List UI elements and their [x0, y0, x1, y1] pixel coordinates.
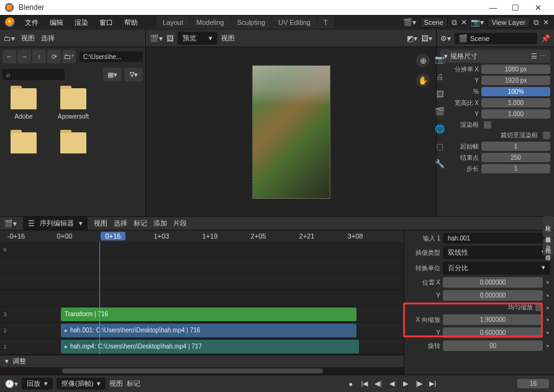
scene-copy-icon[interactable]: ⧉: [452, 18, 457, 27]
preview-mode-dropdown[interactable]: 预览▾: [178, 32, 217, 45]
seq-menu-marker[interactable]: 标记: [134, 219, 147, 228]
tab-modeling[interactable]: Modeling: [190, 16, 230, 29]
preview-overlay-icon[interactable]: 🖼▾: [421, 34, 432, 43]
rot-field[interactable]: 00: [443, 340, 543, 351]
zoom-icon[interactable]: ⊕: [416, 53, 430, 67]
menu-help[interactable]: 帮助: [119, 16, 143, 29]
nav-up-button[interactable]: ↑: [32, 50, 46, 63]
seq-menu-view[interactable]: 视图: [94, 219, 107, 228]
viewlayer-selector[interactable]: View Layer: [488, 17, 530, 28]
scale-x-field[interactable]: 1.900000: [443, 314, 543, 325]
adjust-panel-header[interactable]: ▾调整: [0, 355, 404, 367]
playbar-menu-marker[interactable]: 标记: [127, 379, 140, 388]
interp-dropdown[interactable]: 双线性▾: [443, 246, 550, 259]
seq-editor-icon[interactable]: 🎬▾: [4, 219, 17, 228]
close-button[interactable]: ✕: [527, 3, 549, 12]
tab-strip[interactable]: 片段: [543, 216, 553, 226]
props-scene-selector[interactable]: 🎬Scene: [455, 33, 537, 44]
res-x-field[interactable]: 1080 px: [481, 65, 550, 74]
keyframe-dot[interactable]: ●: [545, 343, 550, 349]
folder-item[interactable]: [5, 132, 42, 157]
pos-x-field[interactable]: 0.000000: [443, 277, 543, 288]
nav-fwd-button[interactable]: →: [17, 50, 31, 63]
border-checkbox[interactable]: [484, 121, 491, 129]
step-field[interactable]: 1: [481, 164, 550, 173]
scale-y-field[interactable]: 0.600000: [443, 327, 543, 338]
keyframe-prev-button[interactable]: ◀|: [372, 378, 384, 390]
track-area[interactable]: 6 3 Transform | 716 2 hah.001: C:\Users\…: [0, 242, 404, 355]
scrollbar-thumb[interactable]: [62, 368, 323, 373]
nav-back-button[interactable]: ←: [2, 50, 16, 63]
tab-sculpting[interactable]: Sculpting: [231, 16, 271, 29]
unit-dropdown[interactable]: 百分比▾: [443, 262, 550, 275]
seq-menu-add[interactable]: 添加: [153, 219, 167, 228]
props-tab-modifier-icon[interactable]: 🔧: [435, 159, 445, 169]
props-tab-viewlayer-icon[interactable]: 🖼: [435, 89, 445, 99]
play-button[interactable]: ▶: [399, 378, 412, 390]
props-tab-object-icon[interactable]: ▢: [435, 142, 445, 152]
strip-video2[interactable]: hah.mp4: C:\Users\hero\Desktop\hah.mp4 |…: [61, 340, 359, 353]
tab-modifiers[interactable]: 修改器: [543, 227, 553, 237]
seq-editor-dropdown[interactable]: ☰序列编辑器▾: [23, 217, 88, 230]
scene-new-icon[interactable]: ✕: [461, 18, 467, 27]
tab-layout[interactable]: Layout: [157, 16, 189, 29]
playhead[interactable]: [99, 242, 100, 355]
strip-transform[interactable]: Transform | 716: [61, 308, 356, 321]
menu-file[interactable]: 文件: [20, 16, 43, 29]
preview-menu-view[interactable]: 视图: [221, 34, 235, 43]
seq-menu-select[interactable]: 选择: [114, 219, 127, 228]
end-field[interactable]: 250: [481, 153, 550, 162]
timeline-editor-icon[interactable]: 🕘▾: [5, 380, 18, 388]
pct-field[interactable]: 100%: [481, 87, 550, 96]
viewlayer-copy-icon[interactable]: ⧉: [534, 18, 539, 27]
scene-browse-icon[interactable]: 🎬▾: [403, 18, 416, 27]
viewlayer-del-icon[interactable]: ✕: [543, 18, 549, 27]
props-section-dimensions[interactable]: ▾规格尺寸☰⋯: [440, 50, 550, 63]
timecode-ruler[interactable]: -0+16 0+00 0+16 1+03 1+19 2+05 2+21 3+08: [0, 230, 404, 242]
pos-y-field[interactable]: 0.000000: [443, 290, 543, 301]
scene-selector[interactable]: Scene: [420, 17, 448, 28]
preview-editor-icon[interactable]: 🎬▾: [150, 34, 163, 43]
uniform-scale-checkbox[interactable]: [535, 304, 543, 311]
props-tab-scene-icon[interactable]: 🎬: [435, 107, 445, 117]
menu-window[interactable]: 窗口: [94, 16, 118, 29]
keyframe-dot[interactable]: ●: [545, 317, 550, 322]
play-reverse-button[interactable]: ◀: [386, 378, 398, 390]
props-editor-icon[interactable]: ⚙▾: [440, 34, 451, 43]
keyframe-dot[interactable]: ●: [545, 293, 550, 298]
playback-dropdown[interactable]: 回放▾: [22, 378, 53, 390]
nav-newdir-button[interactable]: 🗀⁺: [62, 50, 76, 63]
menu-render[interactable]: 渲染: [70, 16, 93, 29]
tab-more[interactable]: T: [317, 16, 334, 29]
playbar-menu-view[interactable]: 视图: [109, 379, 123, 388]
filebrowser-editor-icon[interactable]: 🗀▾: [4, 34, 15, 43]
keyframe-dot[interactable]: ●: [545, 330, 550, 335]
keyframe-next-button[interactable]: |▶: [413, 378, 425, 390]
aspect-x-field[interactable]: 1.000: [481, 98, 550, 107]
props-tab-output-icon[interactable]: 🖨: [435, 72, 445, 82]
preview-channels-icon[interactable]: ◩▾: [407, 34, 417, 43]
filter-button[interactable]: ∇▾: [124, 68, 143, 81]
display-mode-button[interactable]: ▦▾: [103, 68, 122, 81]
fb-menu-view[interactable]: 视图: [21, 34, 35, 43]
folder-item[interactable]: [55, 132, 92, 157]
pin-icon[interactable]: 📌: [541, 34, 550, 43]
props-tab-world-icon[interactable]: 🌐: [435, 124, 445, 134]
pan-icon[interactable]: ✋: [416, 73, 430, 87]
current-frame-field[interactable]: 16: [517, 379, 549, 388]
crop-checkbox[interactable]: [543, 132, 550, 139]
tab-uvediting[interactable]: UV Editing: [272, 16, 317, 29]
input1-field[interactable]: hah.001: [443, 233, 550, 244]
nav-refresh-button[interactable]: ⟳: [47, 50, 61, 63]
minimize-button[interactable]: —: [482, 3, 504, 12]
autokey-button[interactable]: ●: [345, 378, 357, 390]
preview-viewport[interactable]: ⊕ ✋: [146, 47, 436, 216]
viewlayer-browse-icon[interactable]: 📷▾: [471, 18, 484, 27]
jump-start-button[interactable]: |◀: [358, 378, 371, 390]
search-input[interactable]: ⌕: [2, 69, 65, 80]
tab-proxy[interactable]: 代理 & 缓存: [543, 239, 553, 255]
keyframe-dot[interactable]: ●: [545, 305, 550, 311]
keying-dropdown[interactable]: 抠像(插帧)▾: [57, 378, 106, 390]
seq-menu-strip[interactable]: 片段: [173, 219, 187, 228]
folder-item[interactable]: Apowersoft: [55, 88, 92, 120]
